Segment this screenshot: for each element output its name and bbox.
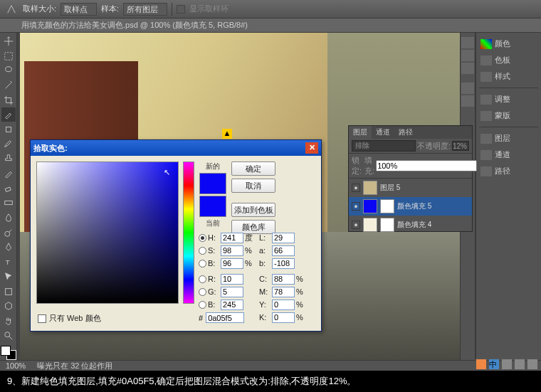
eyedropper-tool[interactable] — [1, 107, 16, 122]
tab-layers[interactable]: 图层 — [349, 126, 372, 139]
color-panel-tab[interactable]: 颜色 — [479, 36, 538, 52]
s-input[interactable] — [221, 245, 243, 256]
hand-tool[interactable] — [1, 314, 16, 328]
opacity-input[interactable] — [452, 141, 469, 151]
swatches-panel-tab[interactable]: 色板 — [479, 52, 538, 68]
r-input[interactable] — [221, 274, 243, 285]
document-title[interactable]: 用填充颜色的方法给美女调色.psd @ 100% (颜色填充 5, RGB/8#… — [21, 20, 248, 31]
bval-input[interactable] — [221, 300, 243, 310]
crop-tool[interactable] — [1, 93, 16, 107]
adjust-panel-tab[interactable]: 调整 — [479, 91, 538, 107]
blend-mode-select[interactable]: 排除 — [352, 140, 416, 152]
panel-icon[interactable] — [461, 37, 474, 48]
sample-layers-select[interactable]: 所有图层 — [123, 3, 167, 16]
h-radio[interactable] — [199, 234, 206, 242]
move-tool[interactable] — [1, 34, 16, 48]
lab-b-input[interactable] — [272, 258, 295, 269]
wand-tool[interactable] — [1, 78, 16, 92]
layer-mask-thumb — [380, 199, 394, 213]
tray-icon[interactable] — [527, 359, 538, 370]
layer-row[interactable]: ● 图层 5 — [349, 179, 472, 197]
marquee-tool[interactable] — [1, 49, 16, 63]
blur-tool[interactable] — [1, 211, 16, 225]
web-only-checkbox[interactable] — [38, 314, 46, 323]
bv-radio[interactable] — [199, 301, 206, 309]
layer-row[interactable]: ● 颜色填充 4 — [349, 216, 472, 234]
tab-paths[interactable]: 路径 — [394, 126, 417, 139]
shape-tool[interactable] — [1, 285, 16, 299]
dodge-tool[interactable] — [1, 226, 16, 240]
zoom-level[interactable]: 100% — [6, 361, 26, 370]
tray-icon[interactable] — [501, 359, 513, 370]
stamp-tool[interactable] — [1, 152, 16, 166]
tray-icon[interactable] — [514, 359, 525, 370]
add-swatch-button[interactable]: 添加到色板 — [231, 203, 275, 217]
b-input[interactable] — [221, 258, 243, 269]
h-input[interactable] — [221, 233, 243, 243]
heal-tool[interactable] — [1, 122, 16, 137]
show-ring-checkbox[interactable] — [177, 5, 185, 14]
warning-icon[interactable]: ▲ — [222, 129, 232, 139]
panel-icon[interactable] — [461, 83, 474, 94]
sample-size-select[interactable]: 取样点 — [61, 3, 97, 16]
pen-tool[interactable] — [1, 240, 16, 255]
tab-channels[interactable]: 通道 — [372, 126, 394, 139]
panel-icon[interactable] — [461, 63, 474, 74]
eraser-tool[interactable] — [1, 181, 16, 196]
visibility-icon[interactable]: ● — [352, 202, 360, 211]
zoom-tool[interactable] — [1, 329, 16, 343]
layer-name: 颜色填充 5 — [397, 201, 431, 211]
panel-icon[interactable] — [461, 50, 474, 61]
brush-tool[interactable] — [1, 137, 16, 152]
svg-point-8 — [4, 332, 9, 337]
g-input[interactable] — [221, 287, 243, 297]
gradient-tool[interactable] — [1, 196, 16, 211]
new-color-label: 新的 — [206, 161, 220, 171]
tray-icon[interactable] — [476, 359, 487, 370]
visibility-icon[interactable]: ● — [352, 184, 360, 192]
svg-rect-2 — [6, 127, 11, 132]
svg-rect-0 — [4, 52, 12, 60]
fill-input[interactable] — [376, 160, 477, 171]
svg-point-5 — [4, 231, 9, 236]
hex-input[interactable] — [206, 312, 244, 323]
tool-preset-icon[interactable] — [4, 2, 19, 16]
3d-tool[interactable] — [1, 299, 16, 313]
path-select-tool[interactable] — [1, 270, 16, 284]
m-input[interactable] — [272, 287, 295, 297]
panel-icon[interactable] — [461, 95, 474, 107]
cancel-button[interactable]: 取消 — [231, 179, 275, 193]
system-tray: 中 — [476, 359, 538, 370]
k-input[interactable] — [272, 312, 295, 323]
tray-icon[interactable]: 中 — [488, 359, 500, 370]
r-radio[interactable] — [199, 275, 206, 283]
l-input[interactable] — [272, 233, 295, 243]
color-field[interactable]: ↖ — [36, 161, 179, 304]
layer-name: 图层 5 — [380, 183, 400, 193]
y-input[interactable] — [272, 300, 295, 310]
new-color-swatch — [199, 173, 226, 194]
hue-slider[interactable] — [183, 161, 194, 304]
a-input[interactable] — [272, 245, 295, 256]
type-tool[interactable]: T — [1, 255, 16, 269]
dialog-titlebar[interactable]: 拾取实色: ✕ — [31, 140, 321, 156]
ok-button[interactable]: 确定 — [231, 161, 275, 176]
lasso-tool[interactable] — [1, 63, 16, 78]
color-swatches[interactable] — [1, 346, 16, 360]
close-icon[interactable]: ✕ — [305, 142, 318, 154]
color-picker-dialog: 拾取实色: ✕ ↖ 新的 当前 ▲ 确定 取消 添加到色板 颜色库 — [30, 139, 322, 332]
c-input[interactable] — [272, 274, 295, 285]
layers-panel-tab[interactable]: 图层 — [479, 130, 538, 147]
show-ring-label: 显示取样环 — [189, 4, 229, 14]
visibility-icon[interactable]: ● — [352, 221, 360, 229]
b-radio[interactable] — [199, 260, 206, 267]
history-brush-tool[interactable] — [1, 166, 16, 181]
mask-panel-tab[interactable]: 蒙版 — [479, 107, 538, 124]
styles-panel-tab[interactable]: 样式 — [479, 68, 538, 85]
status-bar: 100% 曝光只在 32 位起作用 — [0, 360, 541, 371]
paths-panel-tab[interactable]: 路径 — [479, 163, 538, 179]
g-radio[interactable] — [199, 288, 206, 296]
channels-panel-tab[interactable]: 通道 — [479, 147, 538, 163]
layer-row[interactable]: ● 颜色填充 5 — [349, 197, 472, 216]
s-radio[interactable] — [199, 247, 206, 255]
